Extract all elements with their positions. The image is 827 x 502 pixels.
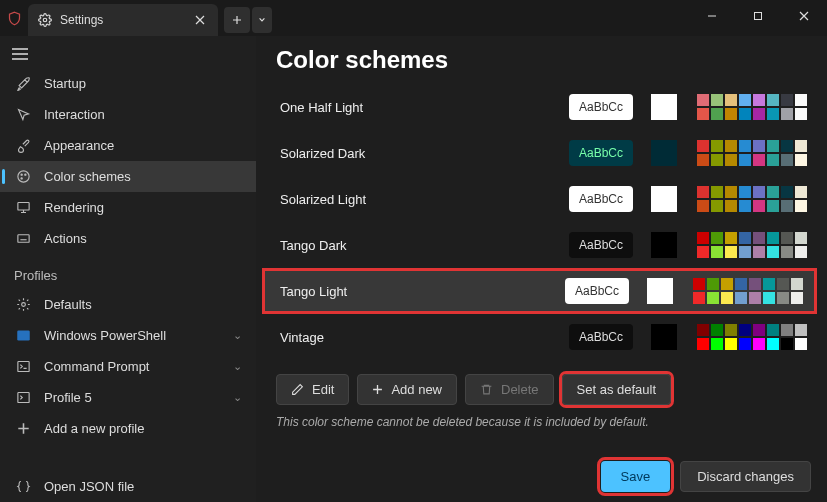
sidebar-item-label: Command Prompt [44,359,149,374]
sidebar-item-label: Profile 5 [44,390,92,405]
bg-swatch [651,94,677,120]
scheme-preview: AaBbCc [569,186,633,212]
close-icon[interactable] [190,10,210,30]
sidebar-item-interaction[interactable]: Interaction [0,99,256,130]
svg-point-5 [21,178,22,179]
scheme-row[interactable]: VintageAaBbCc [256,314,827,360]
rocket-icon [14,76,32,91]
svg-point-2 [17,171,28,182]
scheme-preview: AaBbCc [569,94,633,120]
color-swatches [697,324,807,350]
sidebar-item-actions[interactable]: Actions [0,223,256,254]
titlebar: Settings [0,0,827,36]
svg-point-8 [21,303,25,307]
sidebar-item-label: Startup [44,76,86,91]
terminal-icon [14,359,32,374]
profiles-heading: Profiles [0,254,256,289]
page-title: Color schemes [256,42,827,84]
cursor-icon [14,107,32,122]
chevron-down-icon: ⌄ [233,329,242,342]
discard-button[interactable]: Discard changes [680,461,811,492]
sidebar-item-cmd[interactable]: Command Prompt⌄ [0,351,256,382]
sidebar-item-powershell[interactable]: Windows PowerShell⌄ [0,320,256,351]
sidebar-item-defaults[interactable]: Defaults [0,289,256,320]
close-window-button[interactable] [781,0,827,32]
chevron-down-icon: ⌄ [233,391,242,404]
svg-rect-1 [755,13,762,20]
set-default-button[interactable]: Set as default [562,374,672,405]
scheme-preview: AaBbCc [569,232,633,258]
color-swatches [697,140,807,166]
sidebar-item-label: Defaults [44,297,92,312]
bg-swatch [647,278,673,304]
sidebar-item-profile5[interactable]: Profile 5⌄ [0,382,256,413]
sidebar-item-label: Appearance [44,138,114,153]
scheme-preview: AaBbCc [569,324,633,350]
minimize-button[interactable] [689,0,735,32]
hamburger-icon[interactable] [0,40,256,68]
svg-rect-10 [17,362,28,372]
sidebar-item-label: Open JSON file [44,479,134,494]
sidebar-item-open-json[interactable]: Open JSON file [0,471,256,502]
palette-icon [14,169,32,184]
scheme-name: Solarized Light [280,192,557,207]
sidebar-item-startup[interactable]: Startup [0,68,256,99]
app-shield-icon [0,0,28,36]
sidebar-item-label: Interaction [44,107,105,122]
svg-rect-11 [17,393,28,403]
scheme-toolbar: Edit Add new Delete Set as default [256,360,827,411]
terminal-icon [14,390,32,405]
keyboard-icon [14,231,32,246]
color-swatches [697,232,807,258]
scheme-row[interactable]: Tango LightAaBbCc [262,268,817,314]
scheme-name: Tango Light [280,284,553,299]
scheme-name: Solarized Dark [280,146,557,161]
delete-button[interactable]: Delete [465,374,554,405]
gear-icon [14,297,32,312]
delete-note: This color scheme cannot be deleted beca… [256,411,827,433]
bg-swatch [651,140,677,166]
monitor-icon [14,200,32,215]
sidebar-item-add-profile[interactable]: Add a new profile [0,413,256,444]
tab-settings[interactable]: Settings [28,4,218,36]
svg-point-0 [43,18,47,22]
scheme-row[interactable]: Tango DarkAaBbCc [256,222,827,268]
save-button[interactable]: Save [601,461,671,492]
sidebar-item-label: Actions [44,231,87,246]
bg-swatch [651,186,677,212]
bg-swatch [651,232,677,258]
window-controls [689,0,827,32]
footer: Save Discard changes [256,451,827,502]
maximize-button[interactable] [735,0,781,32]
gear-icon [38,13,52,27]
svg-point-3 [21,174,22,175]
svg-rect-7 [17,235,28,243]
color-swatches [697,94,807,120]
sidebar-item-appearance[interactable]: Appearance [0,130,256,161]
sidebar-item-label: Color schemes [44,169,131,184]
svg-rect-6 [17,203,28,211]
scheme-row[interactable]: Solarized DarkAaBbCc [256,130,827,176]
sidebar-item-color-schemes[interactable]: Color schemes [0,161,256,192]
scheme-name: Vintage [280,330,557,345]
sidebar-item-label: Add a new profile [44,421,144,436]
scheme-row[interactable]: One Half LightAaBbCc [256,84,827,130]
color-swatches [697,186,807,212]
sidebar-item-label: Rendering [44,200,104,215]
svg-rect-9 [17,331,30,341]
svg-point-4 [24,174,25,175]
new-tab-button[interactable] [224,7,250,33]
color-swatches [693,278,803,304]
scheme-preview: AaBbCc [565,278,629,304]
scheme-name: Tango Dark [280,238,557,253]
sidebar: Startup Interaction Appearance Color sch… [0,36,256,502]
brush-icon [14,138,32,153]
add-new-button[interactable]: Add new [357,374,457,405]
new-tab-group [224,7,272,33]
scheme-row[interactable]: Solarized LightAaBbCc [256,176,827,222]
sidebar-item-rendering[interactable]: Rendering [0,192,256,223]
new-tab-dropdown[interactable] [252,7,272,33]
edit-button[interactable]: Edit [276,374,349,405]
scheme-name: One Half Light [280,100,557,115]
sidebar-item-label: Windows PowerShell [44,328,166,343]
